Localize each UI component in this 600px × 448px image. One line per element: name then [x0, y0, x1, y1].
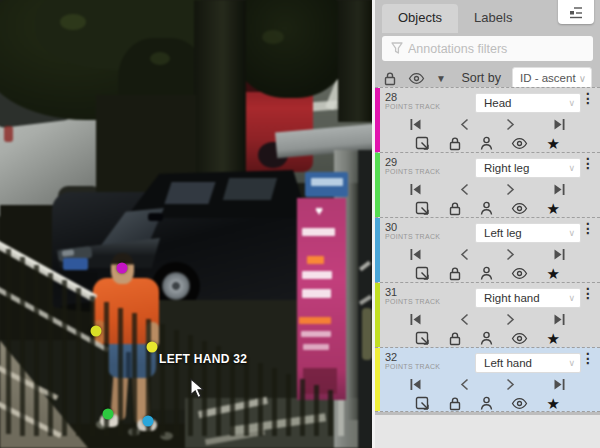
lock-icon: [383, 71, 397, 86]
object-actions-menu-icon[interactable]: ⋮: [581, 286, 595, 300]
object-label-select[interactable]: Left leg ∨: [475, 223, 581, 243]
object-card-29[interactable]: 29 POINTS TRACK Right leg ∨ ⋮ ★: [375, 152, 600, 217]
sort-order-select[interactable]: ID - ascent ∨: [512, 67, 592, 89]
previous-keyframe-button[interactable]: [460, 313, 469, 326]
tab-objects[interactable]: Objects: [382, 4, 458, 33]
object-actions-menu-icon[interactable]: ⋮: [581, 156, 595, 170]
first-keyframe-button[interactable]: [409, 248, 422, 261]
keypoint-right-hand[interactable]: [91, 326, 102, 337]
object-actions-menu-icon[interactable]: ⋮: [581, 91, 595, 105]
lock-button[interactable]: [448, 396, 462, 411]
next-keyframe-button[interactable]: [506, 183, 515, 196]
object-color-stripe: [375, 348, 380, 411]
hide-button[interactable]: [511, 267, 528, 280]
keyframe-star-button[interactable]: ★: [547, 266, 560, 281]
filter-funnel-icon: [390, 41, 404, 55]
switch-outside-button[interactable]: [415, 396, 430, 411]
previous-keyframe-button[interactable]: [460, 378, 469, 391]
first-keyframe-button[interactable]: [409, 118, 422, 131]
object-card-30[interactable]: 30 POINTS TRACK Left leg ∨ ⋮ ★: [375, 217, 600, 282]
object-actions-menu-icon[interactable]: ⋮: [581, 221, 595, 235]
annotations-filter-input[interactable]: [382, 36, 593, 61]
occluded-button[interactable]: [480, 396, 493, 411]
lock-button[interactable]: [448, 266, 462, 281]
objects-sidebar: Objects Labels: [375, 0, 600, 448]
railing-baluster: [34, 265, 39, 436]
railing-baluster: [118, 308, 123, 436]
chevron-down-icon: ∨: [568, 98, 575, 108]
previous-keyframe-button[interactable]: [460, 248, 469, 261]
object-card-28[interactable]: 28 POINTS TRACK Head ∨ ⋮ ★: [375, 87, 600, 152]
occluded-button[interactable]: [480, 136, 493, 151]
chevron-down-icon: ∨: [568, 228, 575, 238]
switch-outside-button[interactable]: [415, 331, 430, 346]
object-label-select[interactable]: Right hand ∨: [475, 288, 581, 308]
keypoint-right-leg[interactable]: [103, 409, 114, 420]
object-card-31[interactable]: 31 POINTS TRACK Right hand ∨ ⋮ ★: [375, 282, 600, 347]
hide-all-button[interactable]: [408, 72, 425, 85]
lock-all-button[interactable]: [383, 71, 397, 86]
expand-all-button[interactable]: ▼: [436, 73, 446, 84]
object-label-select[interactable]: Head ∨: [475, 93, 581, 113]
keypoint-left-leg[interactable]: [143, 416, 154, 427]
switch-outside-button[interactable]: [415, 136, 430, 151]
next-keyframe-button[interactable]: [506, 378, 515, 391]
annotation-canvas[interactable]: ♥: [0, 0, 372, 448]
hide-button[interactable]: [511, 332, 528, 345]
panel-menu-button[interactable]: [558, 0, 594, 24]
last-keyframe-button[interactable]: [553, 248, 566, 261]
occluded-button[interactable]: [480, 201, 493, 216]
object-buttons-row: ★: [387, 329, 586, 347]
last-keyframe-button[interactable]: [553, 378, 566, 391]
annotations-filter-field[interactable]: [382, 36, 593, 61]
switch-outside-button[interactable]: [415, 266, 430, 281]
previous-keyframe-button[interactable]: [460, 118, 469, 131]
last-keyframe-button[interactable]: [553, 118, 566, 131]
lock-button[interactable]: [448, 136, 462, 151]
keyframe-star-button[interactable]: ★: [547, 201, 560, 216]
object-card-32[interactable]: 32 POINTS TRACK Left hand ∨ ⋮ ★: [375, 347, 600, 412]
keyframe-star-button[interactable]: ★: [547, 331, 560, 346]
object-actions-menu-icon[interactable]: ⋮: [581, 351, 595, 365]
object-label-select[interactable]: Right leg ∨: [475, 158, 581, 178]
lock-button[interactable]: [448, 201, 462, 216]
tab-labels[interactable]: Labels: [458, 4, 528, 33]
object-id: 28: [385, 91, 397, 103]
object-label-select[interactable]: Left hand ∨: [475, 353, 581, 373]
previous-keyframe-button[interactable]: [460, 183, 469, 196]
occluded-button[interactable]: [480, 331, 493, 346]
switch-outside-button[interactable]: [415, 201, 430, 216]
next-keyframe-button[interactable]: [506, 248, 515, 261]
object-color-stripe: [375, 283, 380, 347]
keyframe-star-button[interactable]: ★: [547, 396, 560, 411]
object-id: 32: [385, 351, 397, 363]
lock-button[interactable]: [448, 331, 462, 346]
next-keyframe-button[interactable]: [506, 313, 515, 326]
hide-button[interactable]: [511, 202, 528, 215]
hide-button[interactable]: [511, 137, 528, 150]
keyframe-star-button[interactable]: ★: [547, 136, 560, 151]
object-label-value: Head: [484, 97, 512, 109]
railing-baluster: [300, 379, 305, 436]
keypoint-left-hand[interactable]: [147, 342, 158, 353]
first-keyframe-button[interactable]: [409, 183, 422, 196]
selected-point-label: LEFT HAND 32: [159, 352, 247, 366]
object-label-value: Left hand: [484, 357, 532, 369]
keyframe-nav-row: [393, 115, 582, 133]
hide-button[interactable]: [511, 397, 528, 410]
railing-baluster: [90, 296, 95, 436]
keyframe-nav-row: [393, 310, 582, 328]
object-color-stripe: [375, 153, 380, 217]
railing-baluster: [76, 288, 81, 436]
photo-scene: ♥: [0, 0, 372, 448]
last-keyframe-button[interactable]: [553, 183, 566, 196]
object-buttons-row: ★: [387, 394, 586, 412]
chevron-down-icon: ∨: [579, 73, 586, 84]
first-keyframe-button[interactable]: [409, 378, 422, 391]
keypoint-head[interactable]: [117, 263, 128, 274]
keyframe-nav-row: [393, 245, 582, 263]
next-keyframe-button[interactable]: [506, 118, 515, 131]
last-keyframe-button[interactable]: [553, 313, 566, 326]
occluded-button[interactable]: [480, 266, 493, 281]
first-keyframe-button[interactable]: [409, 313, 422, 326]
